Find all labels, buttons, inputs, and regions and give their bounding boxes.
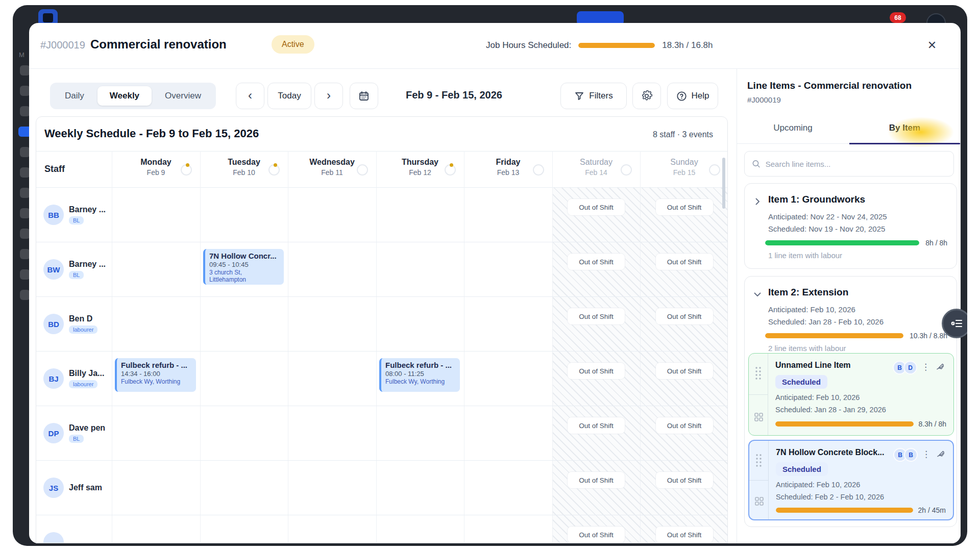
staff-role-badge: labourer — [69, 325, 97, 334]
staff-cell[interactable]: BW Barney ... BL — [36, 242, 112, 296]
event-card[interactable]: Fulbeck refurb - ... 08:00 - 11:25 Fulbe… — [379, 358, 460, 392]
event-location: Fulbeck Wy, Worthing — [121, 378, 192, 385]
out-of-shift-chip: Out of Shift — [656, 308, 713, 324]
staff-row: BW Barney ... BL — [36, 242, 727, 297]
signature-pen-icon[interactable] — [936, 362, 946, 373]
day-progress-ring — [268, 164, 280, 176]
prev-week-button[interactable]: ‹ — [236, 83, 264, 109]
staff-avatar — [43, 532, 64, 543]
line-item-list-fab[interactable] — [942, 309, 967, 338]
chevron-right-icon: › — [327, 89, 331, 103]
staff-row: BB Barney ... BL — [36, 188, 727, 242]
day-progress-ring — [445, 164, 456, 176]
panel-job-id: #J000019 — [747, 95, 781, 104]
chevron-left-icon: ‹ — [248, 89, 252, 103]
line-item-hours: 8.3h / 8h — [919, 420, 947, 428]
out-of-shift-chip: Out of Shift — [656, 254, 713, 270]
grid-view-icon[interactable] — [754, 412, 764, 424]
staff-cell[interactable]: JS Jeff sam — [36, 461, 112, 515]
schedule-scrollbar[interactable] — [722, 158, 725, 209]
job-hours-group: Job Hours Scheduled: 18.3h / 16.8h — [486, 40, 713, 51]
staff-row: DP Dave pen BL — [36, 406, 727, 461]
staff-cell[interactable]: DP Dave pen BL — [36, 406, 112, 460]
staff-name: Ben D — [69, 314, 97, 323]
staff-name: Dave pen — [69, 423, 105, 433]
line-item-card[interactable]: 7N Hollow Concrete Block... BB ⋮ Schedul… — [748, 440, 954, 520]
assignee-badge: B — [904, 448, 918, 462]
staff-avatar: DP — [43, 423, 64, 443]
tab-overview[interactable]: Overview — [153, 86, 213, 106]
tab-weekly[interactable]: Weekly — [97, 86, 152, 106]
grid-view-icon[interactable] — [754, 496, 764, 508]
sidebar-icon — [20, 106, 30, 116]
drag-handle-icon[interactable] — [755, 454, 762, 467]
status-badge: Active — [272, 35, 314, 54]
filter-funnel-icon — [574, 91, 584, 101]
line-item-anticipated: Anticipated: Feb 10, 2026 — [776, 481, 860, 489]
sidebar-icon — [20, 86, 30, 96]
tab-by-item[interactable]: By Item — [849, 113, 961, 143]
close-icon[interactable]: ✕ — [923, 36, 941, 55]
search-icon — [752, 159, 761, 168]
event-dot — [450, 163, 453, 167]
staff-cell[interactable] — [36, 515, 112, 543]
item-card[interactable]: Item 2: Extension Anticipated: Feb 10, 2… — [744, 276, 957, 527]
chevron-right-icon[interactable] — [753, 197, 762, 208]
out-of-shift-chip: Out of Shift — [568, 472, 625, 488]
staff-cell[interactable]: BB Barney ... BL — [36, 188, 112, 242]
sidebar-icon — [20, 65, 30, 76]
line-item-title: 7N Hollow Concrete Block... — [776, 448, 884, 457]
event-location: 3 church St, Littlehampton — [209, 269, 280, 284]
day-header-wednesday: Wednesday Feb 11 — [288, 152, 376, 188]
filters-button[interactable]: Filters — [560, 83, 627, 109]
sidebar-icon — [20, 290, 30, 300]
kebab-menu-icon[interactable]: ⋮ — [921, 362, 930, 372]
filters-label: Filters — [589, 91, 612, 101]
staff-row: JS Jeff sam — [36, 461, 727, 515]
day-header-saturday: Saturday Feb 14 — [552, 152, 640, 188]
today-button[interactable]: Today — [267, 83, 311, 109]
out-of-shift-chip: Out of Shift — [568, 527, 625, 543]
item-progress: 10.3h / 8.8h — [765, 332, 947, 340]
line-item-search[interactable] — [744, 151, 954, 177]
item-footnote: 2 line items with labour — [768, 344, 846, 353]
help-button[interactable]: Help — [667, 83, 718, 109]
grid-header-row: Staff Monday Feb 9 Tuesday Feb 10 Wednes… — [36, 151, 727, 188]
schedule-toolbar: Daily Weekly Overview ‹ Today › Feb 9 - … — [29, 69, 737, 118]
tab-upcoming[interactable]: Upcoming — [737, 113, 849, 143]
item-scheduled: Scheduled: Jan 28 - Feb 10, 2026 — [768, 317, 884, 326]
job-hours-label: Job Hours Scheduled: — [486, 40, 571, 51]
chevron-down-icon[interactable] — [753, 290, 762, 301]
line-item-rail — [749, 354, 768, 435]
search-input[interactable] — [766, 160, 946, 168]
notification-badge: 68 — [890, 12, 906, 23]
day-header-sunday: Sunday Feb 15 — [640, 152, 728, 188]
signature-pen-icon[interactable] — [936, 449, 946, 461]
line-item-card[interactable]: Unnamed Line Item BD ⋮ Scheduled Anticip… — [748, 353, 954, 436]
item-scheduled: Scheduled: Nov 19 - Nov 20, 2025 — [768, 224, 885, 233]
event-card[interactable]: Fulbeck refurb - ... 14:34 - 16:00 Fulbe… — [115, 358, 196, 392]
item-anticipated: Anticipated: Feb 10, 2026 — [768, 305, 855, 314]
staff-cell[interactable]: BJ Billy Ja... labourer — [36, 352, 112, 406]
staff-cell[interactable]: BD Ben D labourer — [36, 297, 112, 351]
event-title: Fulbeck refurb - ... — [121, 361, 192, 369]
assignee-badge: D — [903, 361, 917, 374]
line-item-scheduled: Scheduled: Feb 2 - Feb 10, 2026 — [776, 493, 884, 501]
tab-daily[interactable]: Daily — [53, 86, 96, 106]
kebab-menu-icon[interactable]: ⋮ — [922, 449, 930, 460]
settings-button[interactable] — [632, 83, 661, 109]
event-title: 7N Hollow Concr... — [209, 252, 280, 260]
drag-handle-icon[interactable] — [755, 367, 762, 380]
event-card[interactable]: 7N Hollow Concr... 09:45 - 10:45 3 churc… — [203, 249, 284, 285]
sidebar-icon — [20, 208, 30, 218]
sidebar-icon — [20, 249, 30, 259]
next-week-button[interactable]: › — [314, 83, 343, 109]
schedule-title: Weekly Schedule - Feb 9 to Feb 15, 2026 — [44, 127, 259, 140]
out-of-shift-chip: Out of Shift — [656, 527, 713, 543]
item-anticipated: Anticipated: Nov 22 - Nov 24, 2025 — [768, 212, 887, 221]
calendar-button[interactable] — [350, 83, 378, 109]
schedule-grid-body: BB Barney ... BL Out of ShiftOut of Shif… — [36, 188, 727, 543]
item-card[interactable]: Item 1: Groundworks Anticipated: Nov 22 … — [744, 183, 957, 269]
view-switcher: Daily Weekly Overview — [50, 83, 216, 109]
sidebar-label: M — [19, 51, 24, 59]
